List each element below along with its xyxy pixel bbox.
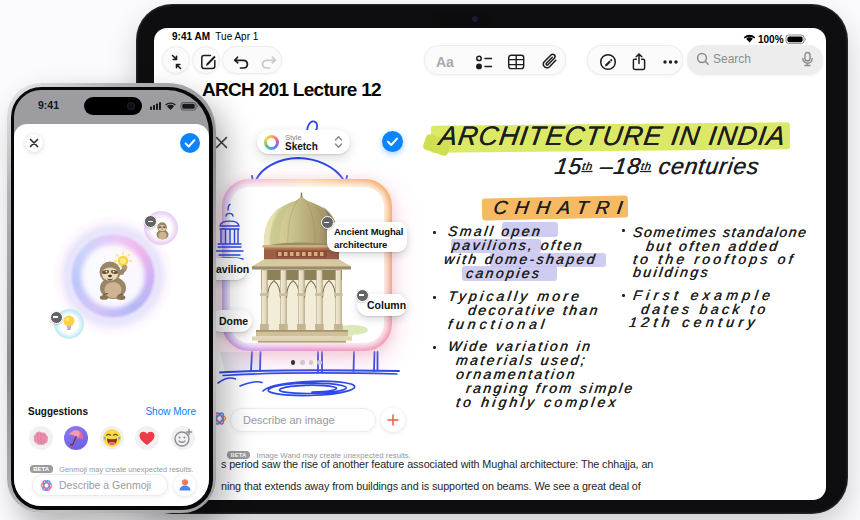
svg-text:Search: Search — [713, 52, 751, 66]
svg-text:100%: 100% — [758, 34, 784, 45]
svg-text:Aa: Aa — [436, 54, 454, 70]
